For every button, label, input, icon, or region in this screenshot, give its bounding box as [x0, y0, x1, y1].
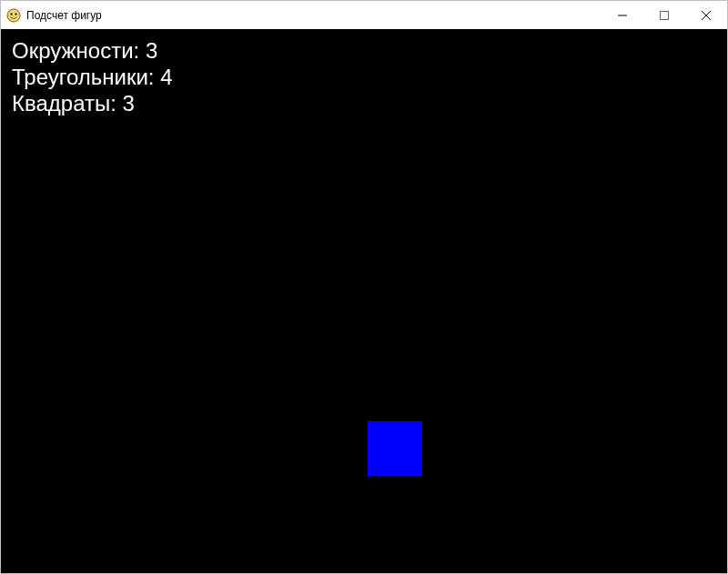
titlebar: Подсчет фигур — [1, 1, 727, 29]
svg-point-0 — [7, 9, 20, 22]
triangles-count: Треугольники: 4 — [12, 65, 173, 91]
svg-point-1 — [10, 13, 12, 15]
minimize-button[interactable] — [602, 1, 643, 29]
window-title: Подсчет фигур — [26, 9, 102, 22]
squares-count: Квадраты: 3 — [12, 91, 173, 117]
close-button[interactable] — [685, 1, 727, 29]
game-canvas[interactable]: Окружности: 3 Треугольники: 4 Квадраты: … — [1, 29, 727, 573]
maximize-button[interactable] — [643, 1, 685, 29]
svg-point-2 — [15, 13, 16, 15]
svg-rect-4 — [661, 11, 669, 19]
app-window: Подсчет фигур Окружности: 3 Треугольники… — [0, 0, 728, 574]
circles-count: Окружности: 3 — [12, 38, 173, 65]
app-icon — [6, 8, 21, 23]
stats-panel: Окружности: 3 Треугольники: 4 Квадраты: … — [12, 38, 173, 116]
falling-square — [368, 421, 422, 476]
